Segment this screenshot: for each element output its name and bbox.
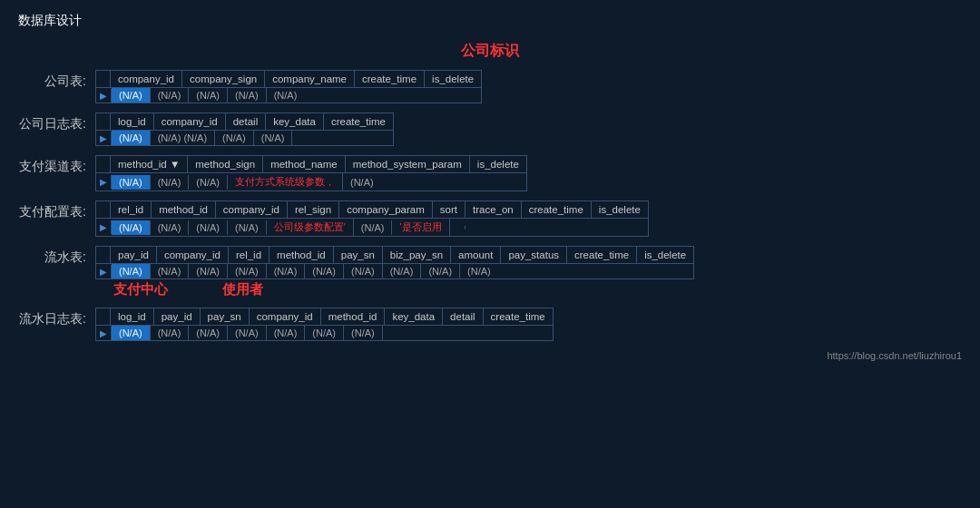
- flow-log-table-cell-0-2: (N/A): [189, 326, 228, 340]
- company-table-col-1: company_sign: [182, 71, 265, 87]
- company-table-col-2: company_name: [265, 71, 355, 87]
- payment-config-table-col-5: sort: [433, 201, 466, 218]
- table-row: ▶(N/A)(N/A)(N/A)(N/A)(N/A)(N/A)(N/A)(N/A…: [96, 264, 693, 278]
- table-row: ▶(N/A)(N/A) (N/A)(N/A)(N/A): [96, 131, 393, 145]
- flow-table-col-4: pay_sn: [334, 247, 383, 263]
- flow-table-col-6: amount: [451, 247, 501, 263]
- table-row: ▶(N/A)(N/A)(N/A)支付方式系统级参数，(N/A): [96, 173, 526, 190]
- flow-table-cell-0-8: (N/A): [421, 264, 460, 278]
- payment-channel-table-cell-0-2: (N/A): [189, 175, 228, 190]
- payment-channel-table-label: 支付渠道表:: [18, 155, 95, 175]
- company-log-table-cell-0-2: (N/A): [215, 131, 254, 145]
- flow-log-table-col-2: pay_sn: [201, 308, 250, 325]
- flow-log-table-col-3: company_id: [250, 308, 321, 325]
- company-table-label: 公司表:: [18, 70, 95, 90]
- company-table-col-4: is_delete: [425, 71, 481, 87]
- flow-table-cell-0-2: (N/A): [189, 264, 228, 278]
- flow-log-table-cell-0-1: (N/A): [151, 326, 190, 340]
- company-table: company_idcompany_signcompany_namecreate…: [95, 70, 482, 103]
- payment-config-table-col-2: company_id: [216, 201, 288, 218]
- company-log-table-cell-0-4: [292, 136, 307, 140]
- payment-channel-table-col-4: is_delete: [470, 156, 526, 172]
- payment-config-table-section: 支付配置表:rel_idmethod_idcompany_idrel_signc…: [18, 200, 962, 237]
- flow-table-col-8: create_time: [567, 247, 637, 263]
- company-table-cell-0-0: (N/A): [112, 88, 151, 103]
- payment-config-table: rel_idmethod_idcompany_idrel_signcompany…: [95, 200, 649, 237]
- payment-config-table-cell-0-3: (N/A): [228, 220, 267, 235]
- flow-table-col-9: is_delete: [637, 247, 693, 263]
- payment-channel-table-col-1: method_sign: [188, 156, 263, 172]
- flow-table-cell-0-0: (N/A): [112, 264, 151, 278]
- payment-config-table-col-8: is_delete: [592, 201, 648, 218]
- flow-log-table-cell-0-6: (N/A): [344, 326, 383, 340]
- payment-channel-table-section: 支付渠道表:method_id ▼method_signmethod_namem…: [18, 155, 962, 191]
- payment-config-table-col-0: rel_id: [111, 201, 152, 218]
- company-log-table-label: 公司日志表:: [18, 112, 95, 132]
- company-log-table-col-0: log_id: [111, 113, 154, 130]
- company-log-table-cell-0-1: (N/A) (N/A): [151, 131, 215, 145]
- table-row: ▶(N/A)(N/A)(N/A)(N/A)公司级参数配置'(N/A)'是否启用: [96, 219, 648, 236]
- flow-table-cell-0-7: (N/A): [383, 264, 422, 278]
- flow-table-col-3: method_id: [270, 247, 334, 263]
- company-table-cell-0-3: (N/A): [228, 88, 267, 103]
- center-label: 公司标识: [18, 42, 962, 61]
- flow-table-section: 流水表:pay_idcompany_idrel_idmethod_idpay_s…: [18, 246, 962, 298]
- flow-table-col-1: company_id: [157, 247, 229, 263]
- flow-log-table-col-0: log_id: [111, 308, 154, 325]
- payment-config-table-col-6: trace_on: [466, 201, 522, 218]
- payment-config-table-label: 支付配置表:: [18, 200, 95, 220]
- flow-table-annotations: 支付中心使用者: [95, 281, 694, 298]
- company-log-table-col-1: company_id: [154, 113, 226, 130]
- payment-channel-table-cell-0-4: (N/A): [343, 175, 381, 190]
- company-log-table-cell-0-3: (N/A): [254, 131, 293, 145]
- payment-config-table-cell-0-1: (N/A): [151, 220, 190, 235]
- flow-log-table-cell-0-5: (N/A): [305, 326, 344, 340]
- payment-config-table-cell-0-6: '是否启用: [392, 219, 449, 236]
- company-table-section: 公司表:company_idcompany_signcompany_namecr…: [18, 70, 962, 103]
- payment-config-table-col-3: rel_sign: [288, 201, 339, 218]
- payment-channel-table-cell-0-0: (N/A): [112, 175, 151, 190]
- company-log-table-col-3: key_data: [266, 113, 324, 130]
- payment-channel-table-cell-0-1: (N/A): [151, 175, 190, 190]
- company-table-col-0: company_id: [111, 71, 182, 87]
- flow-log-table-cell-0-0: (N/A): [112, 326, 151, 340]
- flow-table-col-5: biz_pay_sn: [383, 247, 451, 263]
- flow-log-table-cell-0-7: [383, 331, 397, 335]
- table-row: ▶(N/A)(N/A)(N/A)(N/A)(N/A): [96, 88, 481, 103]
- flow-table-col-0: pay_id: [111, 247, 157, 263]
- flow-log-table-col-5: key_data: [385, 308, 443, 325]
- payment-config-table-col-1: method_id: [152, 201, 216, 218]
- flow-table-cell-0-3: (N/A): [228, 264, 267, 278]
- flow-table-cell-0-9: (N/A): [460, 264, 498, 278]
- flow-table-cell-0-5: (N/A): [305, 264, 344, 278]
- payment-config-table-cell-0-7: [450, 226, 466, 230]
- company-log-table-col-4: create_time: [324, 113, 393, 130]
- page-title: 数据库设计: [18, 13, 962, 29]
- flow-table: pay_idcompany_idrel_idmethod_idpay_snbiz…: [95, 246, 694, 298]
- company-table-cell-0-4: (N/A): [267, 88, 305, 103]
- flow-log-table-col-1: pay_id: [154, 308, 201, 325]
- flow-table-label: 流水表:: [18, 246, 95, 266]
- company-log-table: log_idcompany_iddetailkey_datacreate_tim…: [95, 112, 394, 146]
- payment-config-table-cell-0-2: (N/A): [189, 220, 228, 235]
- company-table-cell-0-1: (N/A): [151, 88, 190, 103]
- payment-channel-table-col-2: method_name: [263, 156, 346, 172]
- flow-log-table: log_idpay_idpay_sncompany_idmethod_idkey…: [95, 308, 554, 341]
- payment-config-table-col-4: company_param: [339, 201, 433, 218]
- flow-table-cell-0-4: (N/A): [267, 264, 306, 278]
- flow-table-cell-0-6: (N/A): [344, 264, 383, 278]
- payment-config-table-cell-0-0: (N/A): [112, 220, 151, 235]
- payment-config-table-col-7: create_time: [522, 201, 592, 218]
- payment-channel-table-cell-0-3: 支付方式系统级参数，: [228, 173, 343, 190]
- payment-channel-table-col-0: method_id ▼: [111, 156, 188, 172]
- flow-log-table-col-7: create_time: [484, 308, 553, 325]
- footer-link: https://blog.csdn.net/liuzhirou1: [18, 350, 962, 361]
- payment-channel-table-col-3: method_system_param: [346, 156, 470, 172]
- flow-log-table-cell-0-4: (N/A): [267, 326, 306, 340]
- flow-table-annotation-1: 使用者: [222, 281, 263, 298]
- flow-table-col-7: pay_status: [501, 247, 567, 263]
- flow-log-table-label: 流水日志表:: [18, 308, 95, 327]
- payment-config-table-cell-0-4: 公司级参数配置': [267, 219, 354, 236]
- payment-config-table-cell-0-8: [466, 226, 480, 230]
- flow-log-table-section: 流水日志表:log_idpay_idpay_sncompany_idmethod…: [18, 308, 962, 341]
